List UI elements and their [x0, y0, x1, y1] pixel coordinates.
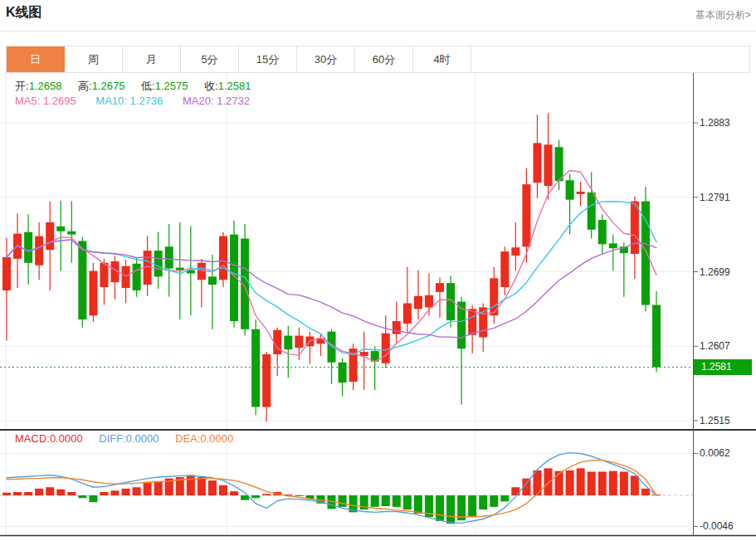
close-label: 收: — [204, 80, 218, 92]
macd-bar — [403, 495, 412, 509]
open-label: 开: — [15, 80, 29, 92]
candle-body — [544, 144, 553, 186]
macd-bar — [490, 495, 498, 507]
candle-body — [219, 236, 227, 280]
candle-body — [89, 271, 97, 316]
macd-bar — [598, 471, 607, 495]
macd-bar — [641, 489, 650, 495]
candle-body — [67, 232, 76, 235]
candle-body — [425, 295, 433, 308]
candle-body — [56, 227, 65, 232]
macd-bar — [468, 495, 476, 516]
macd-bar — [479, 495, 487, 509]
macd-value: 0.0000 — [50, 432, 83, 445]
ma20-value: 1.2732 — [217, 95, 250, 107]
macd-bar — [620, 471, 628, 495]
candle-body — [284, 336, 292, 350]
candle-body — [522, 184, 530, 246]
candle-body — [2, 257, 11, 290]
low-value: 1.2575 — [155, 80, 188, 92]
macd-bar — [67, 492, 76, 495]
candle-body — [641, 202, 650, 305]
macd-bar — [446, 495, 455, 524]
macd-label: MACD: — [15, 432, 50, 445]
macd-bar — [436, 495, 444, 521]
ma20-label: MA20: — [183, 95, 214, 107]
macd-bar — [78, 495, 86, 498]
macd-bar — [122, 489, 130, 495]
candle-body — [46, 222, 54, 250]
macd-bar — [577, 468, 585, 495]
macd-bar — [295, 495, 303, 496]
dea-label: DEA: — [175, 432, 200, 445]
macd-legend: MACD:0.0000 DIFF:0.0000 DEA:0.0000 — [15, 432, 233, 445]
macd-bar — [371, 495, 379, 507]
candle-body — [295, 336, 303, 348]
candle-body — [555, 147, 563, 181]
high-label: 高: — [78, 80, 92, 92]
diff-value: 0.0000 — [126, 432, 159, 445]
ma10-label: MA10: — [95, 95, 127, 107]
macd-bar — [13, 492, 22, 495]
macd-bar — [555, 471, 563, 495]
macd-tick-label: 0.0062 — [700, 447, 730, 459]
candle-body — [436, 283, 444, 292]
macd-bar — [219, 485, 227, 495]
candle-body — [652, 305, 661, 367]
macd-bar — [251, 495, 260, 498]
macd-bar — [2, 493, 11, 495]
candle-body — [262, 354, 271, 407]
macd-bar — [414, 495, 422, 514]
macd-bar — [56, 490, 65, 495]
macd-bar — [35, 489, 43, 495]
candle-body — [251, 329, 260, 407]
macd-bar — [631, 475, 639, 495]
macd-bar — [187, 475, 195, 495]
candle-body — [133, 264, 141, 290]
price-tick-label: 1.2607 — [700, 340, 730, 352]
candle-body — [511, 247, 519, 256]
macd-bar — [262, 494, 271, 495]
macd-bar — [100, 492, 108, 495]
macd-bar — [144, 482, 152, 495]
candle-body — [414, 296, 422, 309]
ohlc-legend: 开:1.2658 高:1.2675 低:1.2575 收:1.2581 — [15, 79, 264, 94]
candle-body — [100, 263, 108, 287]
macd-bar — [588, 471, 596, 495]
candle-body — [154, 251, 163, 276]
dea-value: 0.0000 — [201, 432, 234, 445]
close-value: 1.2581 — [218, 80, 251, 92]
price-tick-label: 1.2883 — [700, 117, 730, 129]
macd-bar — [198, 477, 206, 495]
kline-widget: K线图 基本面分析> 日 周 月 5分 15分 30分 60分 4时 开:1.2… — [0, 0, 756, 541]
macd-tick-label: -0.0046 — [700, 520, 734, 532]
macd-bar — [111, 490, 119, 495]
macd-bar — [609, 471, 617, 495]
price-tick-label: 1.2515 — [700, 415, 730, 426]
candle-body — [393, 321, 401, 334]
candle-body — [403, 304, 412, 324]
candle-body — [609, 243, 617, 248]
candle-body — [198, 263, 206, 280]
ma5-label: MA5: — [15, 95, 40, 107]
candle-body — [382, 334, 390, 363]
macd-bar — [393, 495, 401, 507]
low-label: 低: — [141, 80, 155, 92]
open-value: 1.2658 — [29, 80, 62, 92]
macd-bar — [382, 495, 390, 506]
candle-body — [122, 266, 130, 288]
candle-body — [24, 232, 32, 263]
macd-bar — [566, 470, 574, 495]
macd-bar — [154, 481, 163, 495]
candle-body — [598, 220, 607, 244]
macd-bar — [24, 492, 32, 495]
macd-bar — [208, 480, 217, 495]
candle-body — [631, 202, 639, 254]
diff-label: DIFF: — [99, 432, 126, 445]
macd-bar — [511, 487, 519, 495]
macd-bar — [46, 487, 54, 495]
ma5-value: 1.2695 — [43, 95, 76, 107]
current-price-badge: 1.2581 — [694, 359, 752, 375]
candle-body — [165, 246, 173, 268]
candle-body — [500, 251, 509, 287]
